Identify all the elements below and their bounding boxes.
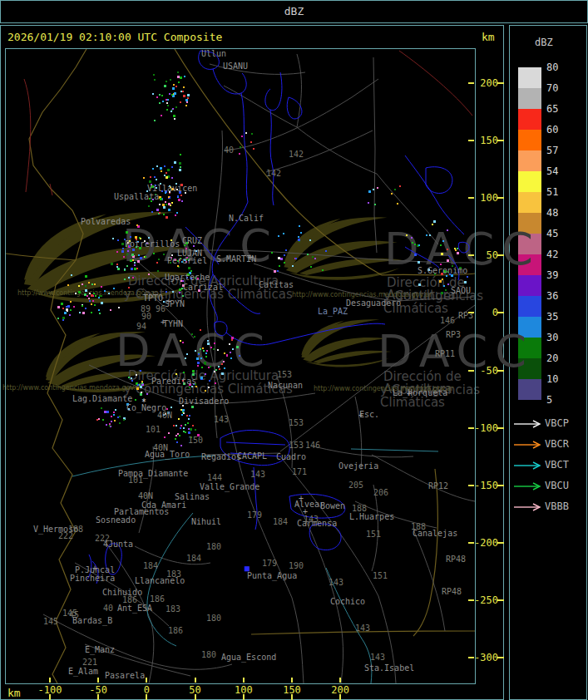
y-axis-tick-label: 50 <box>473 250 498 260</box>
map-label: 101 <box>146 426 161 434</box>
map-label: Sta.Isabel <box>364 664 414 673</box>
map-label: 143 <box>250 471 265 479</box>
y-axis-tick <box>497 485 504 486</box>
colorbar-tick-label: 48 <box>546 208 558 218</box>
colorbar-band <box>518 88 541 109</box>
y-axis-tick <box>497 542 504 544</box>
map-label: 186 <box>168 627 183 635</box>
y-axis-inner-tick <box>468 140 474 141</box>
y-axis-inner-tick <box>468 370 474 372</box>
colorbar-band <box>518 109 541 130</box>
map-label: 94 <box>136 323 146 331</box>
y-axis-inner-tick <box>468 82 474 84</box>
y-axis-tick <box>497 312 504 313</box>
map-label: 90 <box>141 313 151 321</box>
window-title: dBZ <box>284 5 304 17</box>
vector-arrow-icon <box>513 460 543 471</box>
map-label: SAOU <box>451 287 471 295</box>
map-label: N.Calif <box>229 214 264 223</box>
map-label: 146 <box>305 441 320 450</box>
map-label: 153 <box>289 441 304 450</box>
vector-label: VBCU <box>545 481 569 490</box>
map-label: 206 <box>373 489 388 497</box>
map-label: 205 <box>348 481 363 490</box>
map-label: 40 <box>103 604 113 613</box>
map-label: 143 <box>355 624 370 633</box>
vector-arrow-icon <box>513 439 543 451</box>
x-axis-tick <box>195 694 196 700</box>
y-axis-tick-label: -300 <box>473 653 498 663</box>
vector-arrow-icon <box>513 481 543 492</box>
map-label: 188 <box>411 523 426 531</box>
map-marker: + <box>166 298 171 306</box>
y-axis-inner-tick <box>468 542 474 544</box>
colorbar-tick-label: 39 <box>546 270 558 280</box>
map-label: 180 <box>201 651 216 659</box>
map-label: 221 <box>82 658 97 667</box>
map-label: Ovejeria <box>338 462 378 471</box>
x-axis-inner-tick <box>97 678 99 683</box>
y-axis-tick <box>497 427 504 429</box>
map-label: Regadios <box>201 453 241 461</box>
colorbar-tick-label: 5 <box>546 395 552 405</box>
map-label: 4Junta <box>103 540 133 549</box>
vector-row: VBCT <box>513 459 585 471</box>
map-label: Carmensa <box>297 520 337 528</box>
map-label: CRUZ <box>182 237 202 245</box>
map-label: 184 <box>186 555 201 563</box>
map-label: Sosneado <box>96 516 136 525</box>
x-axis-tick <box>243 694 245 700</box>
map-label: Catitas <box>259 281 294 289</box>
y-axis-inner-tick <box>468 312 474 313</box>
y-axis-tick <box>497 82 504 84</box>
map-label: 153 <box>289 419 304 427</box>
colorbar-tick-label: 60 <box>546 125 558 135</box>
map-marker: ■ <box>245 564 250 573</box>
map-label: 145 <box>43 618 58 626</box>
map-label: 184 <box>143 562 158 570</box>
colorbar-tick-label: 45 <box>546 229 558 239</box>
map-label: Bowen <box>320 502 345 510</box>
map-label: Agua_Escond <box>221 653 276 662</box>
map-label: Ugarteche <box>165 274 210 282</box>
map-label: La_Horqueta <box>393 389 447 397</box>
colorbar-tick-label: 65 <box>546 104 558 114</box>
map-label: Ullun <box>201 50 226 58</box>
map-label: La_PAZ <box>318 308 348 316</box>
y-axis-tick-label: -100 <box>473 423 498 433</box>
map-label: CACAPL <box>237 452 267 461</box>
title-bar: dBZ <box>0 0 588 23</box>
y-axis-tick <box>497 370 504 372</box>
map-label: RP48 <box>442 588 462 596</box>
colorbar-tick-label: 42 <box>546 249 558 259</box>
map-label: 101 <box>128 476 143 485</box>
map-label: Uspallata <box>114 193 159 201</box>
radar-panel: DACC Dirección de Agricultura y Continge… <box>0 25 504 700</box>
x-axis-tick <box>49 694 51 700</box>
y-axis-tick-label: 100 <box>473 193 498 203</box>
map-label: 40 <box>224 146 234 155</box>
y-axis-tick-label: -250 <box>473 595 498 605</box>
y-axis-inner-tick <box>468 427 474 429</box>
colorbar-tick-label: 36 <box>546 291 558 301</box>
vector-row: VBBB <box>513 500 585 512</box>
x-axis-tick <box>339 694 341 700</box>
colorbar-band <box>518 192 541 213</box>
map-label: 150 <box>188 436 203 445</box>
colorbar-band <box>518 67 541 88</box>
map-marker: + <box>303 508 308 516</box>
x-axis-tick <box>97 694 99 700</box>
colorbar-band <box>518 379 541 400</box>
radar-map[interactable]: UllunUSANUVillavicenUspallataPolvaredasN… <box>5 48 476 684</box>
x-axis-tick <box>291 694 293 700</box>
map-label: Potrerillos <box>125 240 180 249</box>
map-label: Bardas_B <box>72 617 112 625</box>
colorbar-band <box>518 275 541 296</box>
map-label: Divisadero <box>179 397 229 406</box>
y-axis-unit: km <box>482 31 495 43</box>
y-axis-tick-label: -200 <box>473 538 498 548</box>
map-label: 179 <box>247 511 262 520</box>
x-axis-tick <box>146 694 147 700</box>
y-axis-tick <box>497 254 504 256</box>
y-axis-inner-tick <box>468 657 474 658</box>
